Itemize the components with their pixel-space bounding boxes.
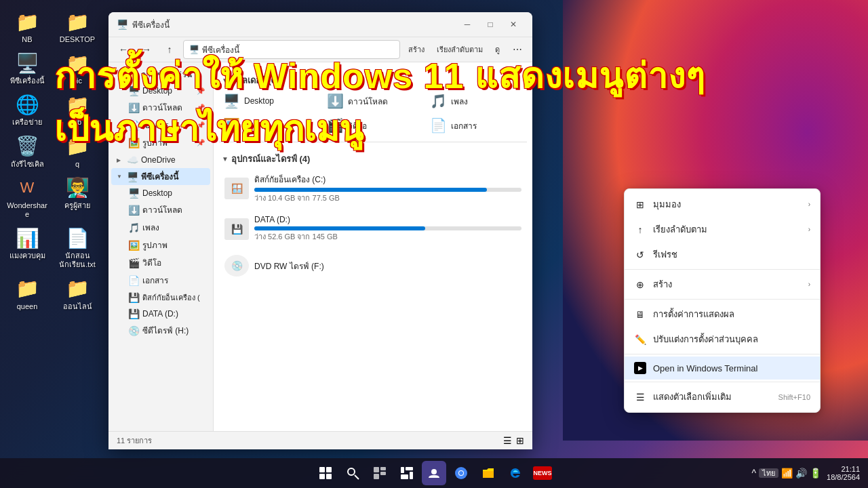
svg-rect-9	[374, 474, 379, 479]
system-time[interactable]: 21:11 18/8/2564	[827, 465, 860, 481]
svg-rect-0	[319, 467, 325, 472]
drive-c-icon: 🪟	[224, 176, 249, 201]
volume-icon[interactable]: 🔊	[795, 468, 807, 479]
sidebar-pc-downloads[interactable]: ⬇️ ดาวน์โหลด	[111, 201, 210, 218]
ctx-refresh-label: รีเฟรช	[653, 247, 810, 262]
sidebar-video[interactable]: 🎬 วิดีโอ	[111, 254, 210, 271]
teacher-icon: 👨‍🏫	[65, 176, 90, 200]
desktop-icon-img: 📁	[65, 9, 90, 34]
view-arrow-icon: ›	[808, 201, 810, 208]
desktop-icon-teacher[interactable]: 👨‍🏫 ครูผู้สาย	[54, 173, 101, 222]
network-tray-icon[interactable]: 📶	[781, 468, 793, 479]
desktop-icon-nb[interactable]: 📁 NB	[3, 7, 51, 47]
sidebar-music[interactable]: 🎵 เพลง	[111, 219, 210, 236]
taskbar-center: NEWS	[313, 461, 555, 485]
ctx-sort-label: เรียงลำดับตาม	[653, 222, 802, 237]
ctx-view[interactable]: ⊞ มุมมอง ›	[625, 192, 820, 217]
task-icon: 📊	[15, 226, 39, 250]
hdrive-icon: 💿	[127, 325, 140, 336]
sidebar-cdrive[interactable]: 💾 ดิสก์กัยอ็นเครือง (	[111, 289, 210, 306]
lang-text: ไทย	[759, 468, 778, 478]
sidebar-onedrive-label: OneDrive	[141, 155, 176, 165]
sidebar-hdrive[interactable]: 💿 ซีดีไดรฟ์ (H:)	[111, 322, 210, 339]
view-ctx-icon: ⊞	[634, 199, 646, 211]
pc-downloads-icon: ⬇️	[127, 205, 140, 216]
title-line1: การตั้งค่าให้ Windows 11 แสดงเมนูต่างๆ	[54, 47, 705, 104]
ctx-new[interactable]: ⊕ สร้าง ›	[625, 272, 820, 297]
context-menu: ⊞ มุมมอง › ↑ เรียงลำดับตาม › ↺ รีเฟรช ⊕ …	[624, 188, 821, 413]
lang-indicator[interactable]: ไทย	[759, 467, 778, 479]
q-label: q	[75, 160, 79, 169]
drive-dvd-icon: 💿	[224, 253, 249, 278]
drive-dvd[interactable]: 💿 DVD RW ไดรฟ์ (F:)	[219, 249, 527, 282]
sort-ctx-icon: ↑	[634, 224, 646, 236]
start-button[interactable]	[313, 461, 338, 485]
window-controls: ─ □ ✕	[456, 16, 524, 33]
svg-rect-1	[326, 467, 332, 472]
recycle-label: ถังรีไซเคิล	[11, 160, 44, 169]
close-button[interactable]: ✕	[502, 16, 524, 33]
taskview-button[interactable]	[368, 461, 392, 485]
sidebar-thispc[interactable]: ▼ 🖥️ พีซีเครื่องนี้	[111, 168, 210, 185]
desktop-icon-queen[interactable]: 📁 queen	[3, 274, 51, 314]
ctx-refresh[interactable]: ↺ รีเฟรช	[625, 242, 820, 267]
title-line2: เป็นภาษาไทยทุกเมนู	[54, 100, 705, 157]
store-button[interactable]: NEWS	[530, 461, 555, 485]
search-taskbar-button[interactable]	[340, 461, 365, 485]
maximize-button[interactable]: □	[479, 16, 501, 33]
nb-icon: 📁	[15, 9, 39, 34]
svg-rect-13	[410, 472, 413, 479]
sidebar-docs2[interactable]: 📄 เอกสาร	[111, 272, 210, 289]
desktop-icon-task[interactable]: 📊 แมงควบคุม	[3, 223, 51, 272]
pc-desktop-icon: 🖥️	[127, 188, 140, 199]
chrome-button[interactable]	[449, 461, 473, 485]
desktop-icon-online[interactable]: 📁 ออนไลน์	[54, 274, 101, 314]
queen-label: queen	[17, 302, 38, 311]
ctx-terminal[interactable]: ▶ Open in Windows Terminal	[625, 357, 820, 380]
sidebar-docs2-label: เอกสาร	[142, 274, 168, 287]
grid-view-button[interactable]: ⊞	[516, 435, 524, 446]
sidebar-music-label: เพลง	[142, 221, 159, 234]
drive-d[interactable]: 💾 DATA (D:) ว่าง 52.6 GB จาก 145 GB	[219, 211, 527, 247]
desktop-icon-pc[interactable]: 🖥️ พีซีเครื่องนี้	[3, 48, 51, 88]
minimize-button[interactable]: ─	[456, 16, 478, 33]
sidebar-ddrive[interactable]: 💾 DATA (D:)	[111, 306, 210, 321]
ctx-personalize[interactable]: ✏️ ปรับแต่งการตั้งค่าส่วนบุคคล	[625, 327, 820, 352]
sidebar-pc-desktop[interactable]: 🖥️ Desktop	[111, 186, 210, 201]
title-overlay: การตั้งค่าให้ Windows 11 แสดงเมนูต่างๆ เ…	[54, 47, 705, 157]
network-label: เครือข่าย	[12, 118, 42, 127]
date-display: 18/8/2564	[827, 473, 860, 481]
sidebar-thispc-label: พีซีเครื่องนี้	[141, 170, 178, 183]
thispc-sidebar-icon: 🖥️	[126, 171, 138, 182]
ctx-more-options[interactable]: ☰ แสดงตัวเลือกเพิ่มเติม Shift+F10	[625, 384, 820, 409]
recycle-icon: 🗑️	[15, 134, 39, 159]
terminal-icon-box: ▶	[634, 362, 646, 374]
window-titlebar: 🖥️ พีซีเครื่องนี้ ─ □ ✕	[108, 12, 532, 37]
desktop-icon-recycle[interactable]: 🗑️ ถังรีไซเคิล	[3, 131, 51, 171]
expand-thispc-icon: ▼	[117, 174, 123, 180]
sidebar-cdrive-label: ดิสก์กัยอ็นเครือง (	[142, 291, 200, 304]
widgets-button[interactable]	[395, 461, 419, 485]
file-explorer-taskbar-button[interactable]	[476, 461, 500, 485]
ctx-sort[interactable]: ↑ เรียงลำดับตาม ›	[625, 217, 820, 242]
chevron-up-icon[interactable]: ^	[751, 468, 756, 479]
list-view-button[interactable]: ☰	[503, 435, 512, 446]
sidebar-pics2[interactable]: 🖼️ รูปภาพ	[111, 237, 210, 253]
ctx-display[interactable]: 🖥 การตั้งค่าการแสดงผล	[625, 302, 820, 327]
desktop-icon-wondershare[interactable]: W Wondershare	[3, 173, 51, 222]
ctx-divider3	[625, 354, 820, 354]
display-ctx-icon: 🖥	[634, 308, 646, 321]
ctx-personalize-label: ปรับแต่งการตั้งค่าส่วนบุคคล	[653, 332, 810, 346]
desktop-icon-student[interactable]: 📄 นักสอนนักเรียน.txt	[54, 223, 101, 272]
svg-rect-8	[380, 472, 386, 475]
edge-button[interactable]	[503, 461, 528, 485]
desktop-icon-desktop[interactable]: 📁 DESKTOP	[54, 7, 101, 47]
sidebar-ddrive-label: DATA (D:)	[142, 309, 178, 319]
teacher-label: ครูผู้สาย	[64, 201, 90, 210]
drive-d-info: DATA (D:) ว่าง 52.6 GB จาก 145 GB	[254, 215, 521, 243]
desktop-icon-network[interactable]: 🌐 เครือข่าย	[3, 89, 51, 129]
sort-arrow-icon: ›	[808, 226, 810, 233]
chat-button[interactable]	[422, 461, 446, 485]
battery-icon[interactable]: 🔋	[810, 468, 821, 479]
drive-c[interactable]: 🪟 ดิสก์กัยอ็นเครือง (C:) ว่าง 10.4 GB จา…	[219, 169, 527, 208]
